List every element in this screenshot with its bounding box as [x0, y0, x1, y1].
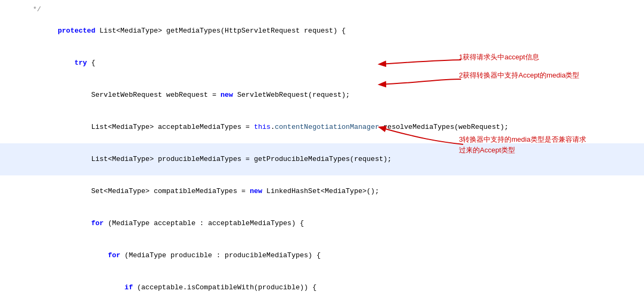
code-line-2: protected List<MediaType> getMediaTypes(… — [0, 15, 644, 47]
code-line-7: Set<MediaType> compatibleMediaTypes = ne… — [0, 175, 644, 207]
code-text: try { — [16, 47, 95, 79]
annotation-2: 2获得转换器中支持Accept的media类型 — [459, 71, 579, 80]
annotation-3-line2: 过来的Accept类型 — [459, 145, 515, 155]
code-text: List<MediaType> acceptableMediaTypes = t… — [16, 111, 509, 143]
code-text: List<MediaType> producibleMediaTypes = g… — [16, 143, 392, 175]
code-line-8: for (MediaType acceptable : acceptableMe… — [0, 207, 644, 240]
annotation-1: 1获得请求头中accept信息 — [459, 52, 539, 62]
code-line-1: */ — [0, 4, 644, 15]
code-line-4: ServletWebRequest webRequest = new Servl… — [0, 79, 644, 111]
code-text: for (MediaType producible : producibleMe… — [16, 240, 321, 272]
code-text: if (acceptable.isCompatibleWith(producib… — [16, 272, 317, 300]
code-text: ServletWebRequest webRequest = new Servl… — [16, 79, 350, 111]
code-line-6: List<MediaType> producibleMediaTypes = g… — [0, 143, 644, 175]
code-line-9: for (MediaType producible : producibleMe… — [0, 240, 644, 272]
code-text: Set<MediaType> compatibleMediaTypes = ne… — [16, 175, 379, 207]
annotation-3-line1: 3转换器中支持的media类型是否兼容请求 — [459, 135, 586, 144]
code-container: */ protected List<MediaType> getMediaTyp… — [0, 0, 644, 300]
code-text: */ — [16, 4, 41, 15]
code-text: protected List<MediaType> getMediaTypes(… — [16, 15, 346, 47]
code-line-10: if (acceptable.isCompatibleWith(producib… — [0, 272, 644, 300]
code-text: for (MediaType acceptable : acceptableMe… — [16, 207, 304, 240]
